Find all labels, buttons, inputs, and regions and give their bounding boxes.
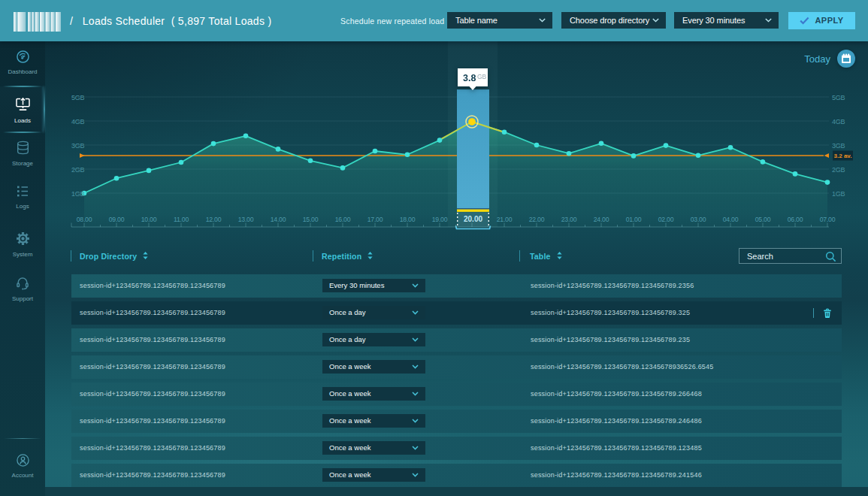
- svg-text:5GB: 5GB: [832, 94, 845, 101]
- svg-text:2GB: 2GB: [832, 166, 845, 174]
- svg-text:2GB: 2GB: [71, 166, 84, 174]
- svg-text:21.00: 21.00: [497, 216, 513, 223]
- svg-text:3.2 av.: 3.2 av.: [834, 153, 852, 159]
- svg-text:10.00: 10.00: [141, 216, 157, 223]
- svg-text:17.00: 17.00: [367, 216, 383, 223]
- svg-text:06.00: 06.00: [788, 216, 803, 223]
- svg-text:09.00: 09.00: [109, 216, 125, 223]
- svg-text:GB: GB: [477, 73, 487, 80]
- svg-text:05.00: 05.00: [755, 216, 771, 223]
- svg-text:1GB: 1GB: [832, 190, 845, 198]
- svg-text:22.00: 22.00: [529, 216, 545, 223]
- svg-text:13.00: 13.00: [238, 216, 254, 223]
- svg-text:12.00: 12.00: [206, 216, 222, 223]
- svg-text:16.00: 16.00: [335, 216, 351, 223]
- svg-text:23.00: 23.00: [561, 216, 577, 223]
- svg-text:18.00: 18.00: [400, 216, 416, 223]
- svg-text:02.00: 02.00: [658, 216, 674, 223]
- svg-text:1GB: 1GB: [71, 190, 84, 198]
- svg-text:04.00: 04.00: [723, 216, 739, 223]
- svg-text:19.00: 19.00: [432, 216, 448, 223]
- svg-text:20.00: 20.00: [464, 215, 482, 223]
- svg-text:3.8: 3.8: [463, 73, 476, 83]
- svg-text:14.00: 14.00: [271, 216, 286, 223]
- svg-text:4GB: 4GB: [71, 118, 84, 126]
- svg-text:15.00: 15.00: [303, 216, 319, 223]
- svg-text:01.00: 01.00: [626, 216, 642, 223]
- svg-text:11.00: 11.00: [174, 216, 189, 223]
- svg-text:5GB: 5GB: [71, 94, 84, 101]
- svg-text:3GB: 3GB: [832, 142, 845, 150]
- svg-text:07.00: 07.00: [820, 216, 836, 223]
- svg-text:24.00: 24.00: [594, 216, 609, 223]
- svg-text:3GB: 3GB: [71, 142, 84, 150]
- svg-text:4GB: 4GB: [832, 118, 845, 126]
- svg-text:03.00: 03.00: [691, 216, 706, 223]
- svg-text:08.00: 08.00: [77, 216, 92, 223]
